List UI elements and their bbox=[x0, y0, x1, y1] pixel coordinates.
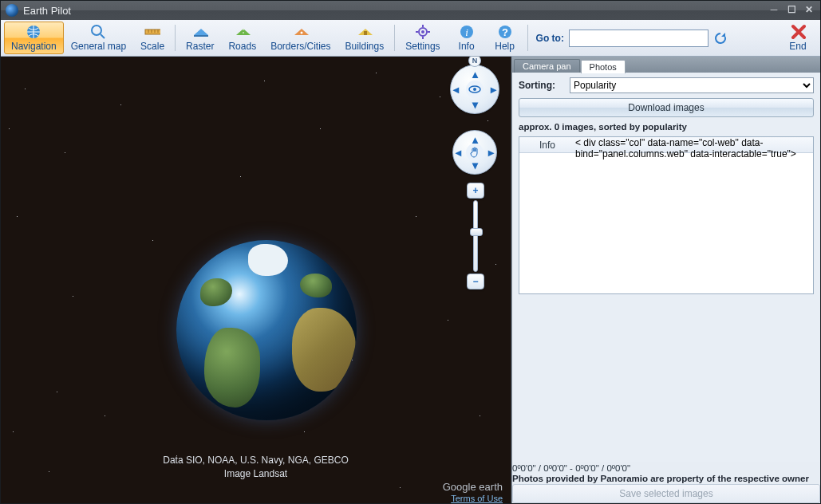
goto-group: Go to: bbox=[531, 22, 732, 54]
tab-camera-pan[interactable]: Camera pan bbox=[514, 59, 580, 73]
titlebar[interactable]: Earth Pilot ─ ☐ ✕ bbox=[1, 1, 820, 20]
toolbar-roads[interactable]: Roads bbox=[221, 22, 263, 54]
toolbar-label: Info bbox=[459, 41, 475, 52]
eye-icon[interactable] bbox=[466, 81, 484, 98]
globe-icon bbox=[26, 24, 41, 40]
coords-readout: 0º0'0" / 0º0'0" - 0º0'0" / 0º0'0" bbox=[512, 462, 820, 473]
window-controls: ─ ☐ ✕ bbox=[768, 5, 815, 16]
tilt-down-icon[interactable]: ▾ bbox=[472, 98, 478, 111]
earth-globe bbox=[176, 240, 357, 420]
zoom-thumb[interactable] bbox=[470, 228, 483, 236]
panoramio-credit: Photos provided by Panoramio are propert… bbox=[512, 473, 820, 484]
toolbar-label: Help bbox=[495, 41, 515, 52]
terms-link[interactable]: Terms of Use bbox=[451, 494, 503, 503]
sorting-row: Sorting: Popularity bbox=[519, 77, 814, 93]
app-title: Earth Pilot bbox=[23, 5, 768, 17]
toolbar-label: Scale bbox=[140, 41, 164, 52]
hand-icon[interactable] bbox=[466, 144, 484, 161]
panel-body: Sorting: Popularity Download images appr… bbox=[512, 73, 820, 462]
google-earth-brand: Google earth bbox=[443, 480, 503, 494]
toolbar-scale[interactable]: Scale bbox=[133, 22, 172, 54]
toolbar-label: Settings bbox=[405, 41, 440, 52]
toolbar-borders-cities[interactable]: Borders/Cities bbox=[263, 22, 337, 54]
tilt-up-icon[interactable]: ▴ bbox=[472, 68, 478, 81]
svg-text:?: ? bbox=[502, 26, 508, 38]
image-count-status: approx. 0 images, sorted by popularity bbox=[519, 122, 814, 132]
content-area: N ▴ ▾ ◂ ▸ ▴ ▾ ◂ ▸ + bbox=[1, 57, 820, 503]
magnifier-icon bbox=[90, 24, 106, 40]
gear-icon bbox=[415, 24, 431, 40]
globe-viewport[interactable]: N ▴ ▾ ◂ ▸ ▴ ▾ ◂ ▸ + bbox=[1, 57, 511, 503]
minimize-button[interactable]: ─ bbox=[768, 5, 780, 16]
toolbar-buildings[interactable]: Buildings bbox=[338, 22, 392, 54]
refresh-icon[interactable] bbox=[713, 31, 728, 45]
app-icon bbox=[6, 4, 18, 17]
ruler-icon bbox=[144, 24, 160, 40]
zoom-out-button[interactable]: − bbox=[467, 274, 484, 289]
toolbar-help[interactable]: ? Help bbox=[486, 22, 524, 54]
grid-body[interactable] bbox=[519, 299, 814, 455]
sorting-select[interactable]: Popularity bbox=[570, 77, 814, 93]
svg-point-23 bbox=[473, 88, 476, 91]
toolbar-end[interactable]: End bbox=[779, 22, 817, 54]
goto-input[interactable] bbox=[569, 30, 709, 47]
svg-point-13 bbox=[421, 30, 424, 33]
close-x-icon bbox=[790, 24, 806, 40]
side-panel: Camera pan Photos Sorting: Popularity Do… bbox=[511, 57, 820, 503]
toolbar-label: Borders/Cities bbox=[270, 41, 330, 52]
download-images-button[interactable]: Download images bbox=[519, 98, 814, 117]
roads-icon bbox=[235, 24, 251, 40]
borders-icon bbox=[293, 24, 309, 40]
zoom-slider[interactable] bbox=[473, 200, 478, 272]
svg-text:i: i bbox=[465, 26, 468, 38]
buildings-icon bbox=[357, 24, 373, 40]
svg-rect-11 bbox=[364, 31, 367, 35]
toolbar-label: Buildings bbox=[345, 41, 385, 52]
zoom-control: + − bbox=[464, 183, 487, 289]
toolbar: Navigation General map Scale Raster Road… bbox=[1, 20, 820, 57]
separator bbox=[175, 25, 176, 51]
rotate-right-icon[interactable]: ▸ bbox=[491, 83, 496, 96]
svg-point-1 bbox=[92, 26, 101, 35]
save-images-button[interactable]: Save selected images bbox=[512, 484, 820, 503]
help-icon: ? bbox=[497, 24, 513, 40]
goto-label: Go to: bbox=[536, 33, 564, 44]
zoom-in-button[interactable]: + bbox=[467, 183, 484, 199]
compass-north[interactable]: N bbox=[468, 57, 481, 67]
info-icon: i bbox=[459, 24, 475, 40]
col-info[interactable]: Info bbox=[519, 137, 575, 152]
pan-left-icon[interactable]: ◂ bbox=[456, 146, 461, 159]
credit-line-1: Data SIO, NOAA, U.S. Navy, NGA, GEBCO bbox=[1, 454, 511, 467]
toolbar-navigation[interactable]: Navigation bbox=[4, 22, 64, 54]
toolbar-general-map[interactable]: General map bbox=[64, 22, 133, 54]
sorting-label: Sorting: bbox=[519, 80, 563, 91]
tab-photos[interactable]: Photos bbox=[581, 60, 626, 73]
toolbar-label: Navigation bbox=[11, 41, 57, 52]
compass-control[interactable]: N ▴ ▾ ◂ ▸ bbox=[450, 65, 499, 114]
svg-rect-8 bbox=[194, 35, 208, 37]
toolbar-label: General map bbox=[71, 41, 126, 52]
toolbar-raster[interactable]: Raster bbox=[179, 22, 221, 54]
tab-strip: Camera pan Photos bbox=[512, 57, 820, 73]
toolbar-label: Raster bbox=[186, 41, 214, 52]
separator bbox=[394, 25, 395, 51]
toolbar-info[interactable]: i Info bbox=[448, 22, 486, 54]
rotate-left-icon[interactable]: ◂ bbox=[453, 83, 459, 96]
raster-icon bbox=[192, 24, 208, 40]
grid-header: Info < div class="col" data-name="col-we… bbox=[519, 137, 813, 153]
svg-point-10 bbox=[300, 32, 302, 34]
map-credits: Data SIO, NOAA, U.S. Navy, NGA, GEBCO Im… bbox=[1, 454, 511, 481]
toolbar-settings[interactable]: Settings bbox=[398, 22, 447, 54]
images-grid: Info < div class="col" data-name="col-we… bbox=[519, 136, 814, 294]
svg-line-2 bbox=[101, 34, 105, 38]
close-button[interactable]: ✕ bbox=[803, 5, 815, 16]
separator bbox=[527, 25, 528, 51]
pan-right-icon[interactable]: ▸ bbox=[488, 146, 494, 159]
credit-line-2: Image Landsat bbox=[1, 467, 511, 481]
app-window: Earth Pilot ─ ☐ ✕ Navigation General map… bbox=[0, 0, 821, 504]
maximize-button[interactable]: ☐ bbox=[785, 5, 798, 16]
toolbar-label: End bbox=[789, 41, 806, 52]
pan-control[interactable]: ▴ ▾ ◂ ▸ bbox=[452, 130, 497, 175]
toolbar-label: Roads bbox=[228, 41, 256, 52]
